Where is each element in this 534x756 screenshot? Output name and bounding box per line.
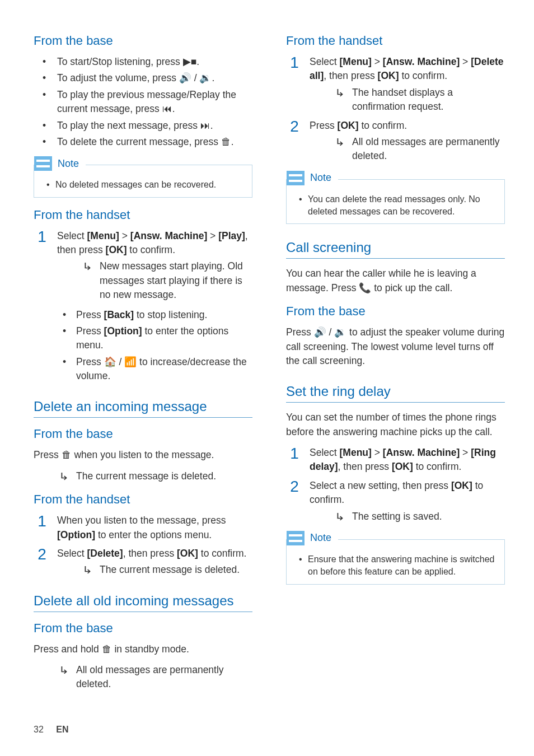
step-result: The setting is saved. [310, 510, 505, 524]
page-content: From the base To start/Stop listening, p… [0, 0, 534, 756]
step-item: When you listen to the message, press [O… [34, 514, 252, 542]
ring-delay-steps: Select [Menu] > [Answ. Machine] > [Ring … [286, 446, 505, 524]
note-box: Note You can delete the read messages on… [286, 179, 505, 225]
step-item: Select [Delete], then press [OK] to conf… [34, 547, 252, 577]
step-result: The current message is deleted. [57, 563, 252, 577]
body-text: Press 🔊 / 🔉 to adjust the speaker volume… [286, 325, 505, 368]
heading-delete-incoming: Delete an incoming message [34, 399, 252, 418]
page-number: 32 [34, 725, 44, 734]
list-item: To play the previous message/Replay the … [34, 88, 252, 116]
base-instructions: To start/Stop listening, press ▶■. To ad… [34, 55, 252, 149]
note-box: Note No deleted messages can be recovere… [34, 165, 252, 197]
heading-from-base: From the base [286, 304, 505, 319]
delete-all-handset-steps: Select [Menu] > [Answ. Machine] > [Delet… [286, 55, 505, 164]
page-footer: 32 EN [34, 725, 68, 735]
body-text: Press 🗑 when you listen to the message. [34, 448, 252, 462]
note-label: Note [58, 157, 79, 171]
heading-from-handset: From the handset [34, 208, 252, 222]
step-result: The handset displays a confirmation requ… [310, 86, 505, 114]
body-text: You can hear the caller while he is leav… [286, 267, 505, 295]
step-item: Select [Menu] > [Answ. Machine] > [Delet… [286, 55, 505, 114]
heading-delete-all: Delete all old incoming messages [34, 593, 252, 612]
handset-steps: Select [Menu] > [Answ. Machine] > [Play]… [34, 229, 252, 302]
left-column: From the base To start/Stop listening, p… [34, 34, 252, 739]
body-text: Press and hold 🗑 in standby mode. [34, 642, 252, 656]
step-item: Select [Menu] > [Answ. Machine] > [Ring … [286, 446, 505, 474]
list-item: To play the next message, press ⏭. [34, 119, 252, 133]
list-item: Press [Option] to enter the options menu… [34, 324, 252, 353]
note-text: No deleted messages can be recovered. [49, 179, 245, 191]
note-label: Note [310, 531, 331, 545]
step-item: Select a new setting, then press [OK] to… [286, 479, 505, 524]
step-result: New messages start playing. Old messages… [57, 259, 252, 302]
body-text: You can set the number of times the phon… [286, 410, 505, 439]
note-text: You can delete the read messages only. N… [301, 193, 498, 218]
step-result: The current message is deleted. [34, 469, 252, 483]
step-item: Select [Menu] > [Answ. Machine] > [Play]… [34, 229, 252, 302]
note-box: Note Ensure that the answering machine i… [286, 539, 505, 585]
step-result: All old messages are permanently deleted… [34, 663, 252, 692]
heading-from-base: From the base [34, 427, 252, 441]
handset-delete-steps: When you listen to the message, press [O… [34, 514, 252, 577]
heading-ring-delay: Set the ring delay [286, 384, 505, 403]
list-item: To start/Stop listening, press ▶■. [34, 55, 252, 69]
heading-from-handset: From the handset [286, 34, 505, 48]
heading-from-handset: From the handset [34, 492, 252, 507]
language-code: EN [56, 725, 68, 734]
heading-from-base: From the base [34, 34, 252, 48]
list-item: To delete the current message, press 🗑. [34, 135, 252, 149]
heading-call-screening: Call screening [286, 240, 505, 259]
note-icon [287, 531, 305, 545]
step-result: All old messages are permanently deleted… [310, 135, 505, 164]
note-icon [287, 171, 305, 185]
note-label: Note [310, 171, 331, 185]
right-column: From the handset Select [Menu] > [Answ. … [286, 34, 505, 739]
step-item: Press [OK] to confirm. All old messages … [286, 119, 505, 164]
sub-bullets: Press [Back] to stop listening. Press [O… [34, 308, 252, 384]
list-item: Press [Back] to stop listening. [34, 308, 252, 322]
list-item: To adjust the volume, press 🔊 / 🔉. [34, 71, 252, 85]
note-text: Ensure that the answering machine is swi… [301, 553, 498, 578]
note-icon [34, 156, 52, 171]
heading-from-base: From the base [34, 621, 252, 636]
list-item: Press 🏠 / 📶 to increase/decrease the vol… [34, 355, 252, 384]
